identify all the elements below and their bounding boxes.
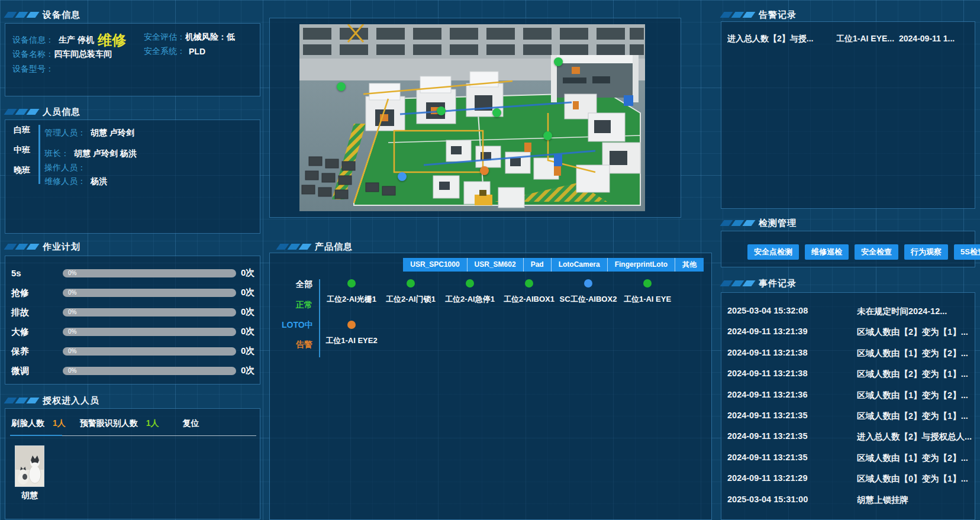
event-desc: 区域人数由【2】变为【1】... <box>857 411 972 422</box>
work-plan-row: 排故 0% 0次 <box>5 306 260 318</box>
face-count-tab[interactable]: 刷脸人数 <box>11 418 44 429</box>
shift-tab-middle[interactable]: 中班 <box>14 145 30 156</box>
filter-button-pad[interactable]: Pad <box>523 258 551 272</box>
event-time: 2024-09-11 13:21:39 <box>727 327 807 336</box>
authorized-panel: 刷脸人数 1人 预警眼识别人数 1人 复位 胡慧 <box>5 408 260 519</box>
filter-button-lotocamera[interactable]: LotoCamera <box>551 258 607 272</box>
device-item[interactable]: 工位1-AI EYE2 <box>322 321 381 346</box>
factory-status-dot-green[interactable] <box>492 108 501 117</box>
section-marker-icon <box>278 244 310 250</box>
device-status-label: 设备信息： <box>12 35 54 46</box>
factory-status-dot-green[interactable] <box>543 131 552 140</box>
event-row: 2024-09-11 13:21:39 区域人数由【2】变为【1】... <box>721 327 975 347</box>
device-item[interactable]: 工位2-AIBOX1 <box>499 279 559 305</box>
status-tab-alarm[interactable]: 告警 <box>282 340 312 350</box>
device-name: 工位2-AI光栅1 <box>327 295 376 303</box>
safety-inspection-button[interactable]: 安全检查 <box>855 244 898 260</box>
device-name-label: 设备名称： <box>12 49 54 60</box>
plan-progress-bar: 0% <box>63 308 236 316</box>
personnel-row: 管理人员： 胡慧 卢玲剑 <box>44 127 134 140</box>
status-tab-normal[interactable]: 正常 <box>282 300 312 311</box>
plan-progress-bar: 0% <box>63 347 236 356</box>
personnel-panel: 白班 中班 晚班 管理人员： 胡慧 卢玲剑 班长： 胡慧 卢玲剑 杨洪 操作人员… <box>5 119 260 234</box>
event-row: 2024-09-11 13:21:35 区域人数由【2】变为【1】... <box>721 411 975 431</box>
filter-button-usr-sm602[interactable]: USR_SM602 <box>467 258 523 272</box>
device-status-value: 生产 停机 <box>59 35 94 46</box>
maintainer-value: 杨洪 <box>91 176 107 187</box>
shift-tab-night[interactable]: 晚班 <box>14 165 30 176</box>
factory-3d-view[interactable] <box>299 24 645 211</box>
manager-value: 胡慧 卢玲剑 <box>91 128 134 138</box>
factory-status-dot-orange[interactable] <box>480 166 489 175</box>
device-status-row: 设备信息： 生产 停机 维修 <box>12 31 126 50</box>
authorized-header: 授权进入人员 <box>6 395 99 406</box>
event-row: 2024-09-11 13:21:38 区域人数由【2】变为【1】... <box>721 369 975 389</box>
filter-button-usr-spc1000[interactable]: USR_SPC1000 <box>403 258 466 272</box>
product-info-header: 产品信息 <box>278 241 353 252</box>
factory-status-dot-green[interactable] <box>337 82 346 91</box>
status-dot-icon <box>347 321 356 329</box>
section-marker-icon <box>6 12 37 18</box>
events-title: 事件记录 <box>759 278 797 289</box>
filter-button-fingerprintloto[interactable]: FingerprintLoto <box>607 258 675 272</box>
event-row: 2024-09-11 13:21:29 区域人数由【0】变为【1】... <box>721 473 975 493</box>
eye-count-value: 1人 <box>146 418 159 429</box>
alarm-records-title: 告警记录 <box>759 9 797 21</box>
status-dot-icon <box>466 279 474 288</box>
events-panel: 2025-03-04 15:32:08 未在规定时间2024-12... 202… <box>721 292 975 520</box>
device-item[interactable]: 工位2-AI急停1 <box>440 279 499 305</box>
device-item[interactable]: 工位1-AI EYE <box>618 279 677 305</box>
personnel-row: 班长： 胡慧 卢玲剑 杨洪 <box>44 147 137 160</box>
device-item[interactable]: 工位2-AI光栅1 <box>322 279 381 305</box>
plan-label: 排故 <box>11 307 29 318</box>
detection-title: 检测管理 <box>759 218 797 229</box>
plan-percent: 0% <box>68 367 76 374</box>
plan-percent: 0% <box>68 328 76 335</box>
event-time: 2024-09-11 13:21:35 <box>727 453 807 462</box>
factory-status-dot-blue[interactable] <box>398 172 407 181</box>
section-marker-icon <box>722 12 753 18</box>
eye-count-tab[interactable]: 预警眼识别人数 <box>80 418 138 429</box>
status-dot-icon <box>525 279 533 288</box>
authorized-tabs: 刷脸人数 1人 预警眼识别人数 1人 复位 <box>11 418 199 429</box>
event-desc: 未在规定时间2024-12... <box>857 306 972 317</box>
fives-check-button[interactable]: 5S检查 <box>954 244 980 260</box>
plan-percent: 0% <box>68 270 76 276</box>
shift-divider <box>38 125 40 184</box>
device-name: 工位2-AI急停1 <box>445 295 495 303</box>
factory-status-dot-green[interactable] <box>437 106 446 115</box>
device-item[interactable]: 工位2-AI门锁1 <box>381 279 440 305</box>
work-plan-header: 作业计划 <box>6 241 80 252</box>
plan-count: 0次 <box>241 267 254 279</box>
reset-button[interactable]: 复位 <box>183 418 199 429</box>
safety-system-label: 安全系统： <box>144 46 185 57</box>
device-item[interactable]: SC工位-AIBOX2 <box>559 279 618 305</box>
manager-label: 管理人员： <box>44 128 86 138</box>
device-info-panel: 设备信息： 生产 停机 维修 设备名称： 四车间总装车间 设备型号： 安全评估：… <box>5 23 260 96</box>
status-tab-loto[interactable]: LOTO中 <box>282 320 312 331</box>
event-time: 2024-09-11 13:21:29 <box>727 473 807 483</box>
work-plan-row: 保养 0% 0次 <box>5 345 260 357</box>
device-name-row: 设备名称： 四车间总装车间 <box>12 49 112 60</box>
plan-count: 0次 <box>241 365 254 376</box>
device-name: 工位2-AIBOX1 <box>504 295 555 303</box>
factory-status-dot-green[interactable] <box>554 57 563 66</box>
operator-label: 操作人员： <box>44 163 86 173</box>
event-time: 2025-03-04 15:32:08 <box>727 306 808 315</box>
safety-point-check-button[interactable]: 安全点检测 <box>747 244 799 260</box>
behavior-observe-button[interactable]: 行为观察 <box>904 244 948 260</box>
maintenance-patrol-button[interactable]: 维修巡检 <box>805 244 849 260</box>
work-plan-row: 5s 0% 0次 <box>5 267 260 279</box>
foreman-label: 班长： <box>44 148 69 159</box>
status-dot-icon <box>347 279 356 288</box>
foreman-value: 胡慧 卢玲剑 杨洪 <box>74 148 137 159</box>
status-tab-all[interactable]: 全部 <box>282 279 312 290</box>
shift-tab-day[interactable]: 白班 <box>14 125 30 135</box>
device-name: 工位1-AI EYE <box>624 295 671 303</box>
factory-view-panel <box>269 18 681 218</box>
event-time: 2025-03-04 15:31:00 <box>727 495 808 504</box>
event-desc: 进入总人数【2】与授权总人... <box>857 431 972 443</box>
plan-percent: 0% <box>68 289 76 296</box>
filter-button-other[interactable]: 其他 <box>675 258 704 272</box>
plan-progress-bar: 0% <box>63 328 236 336</box>
